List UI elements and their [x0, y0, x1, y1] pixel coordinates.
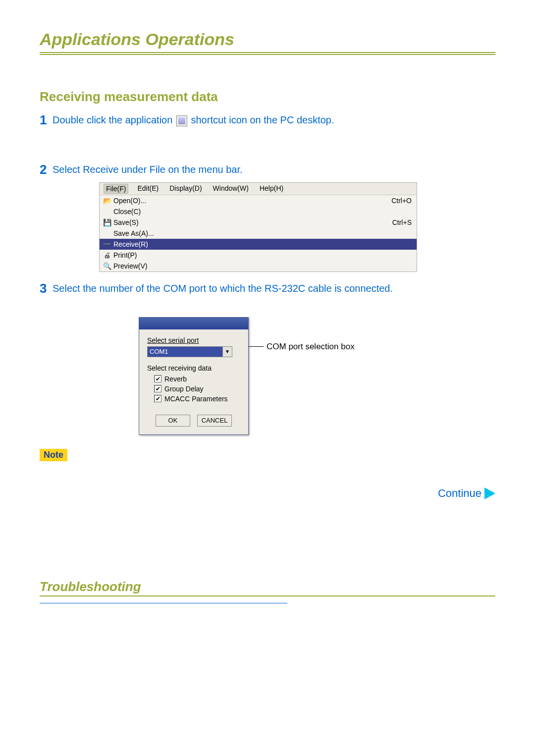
menu-item-print[interactable]: 🖨 Print(P)	[100, 250, 417, 261]
step-1-sub	[53, 133, 495, 154]
receive-icon: 〰	[103, 240, 111, 248]
menu-window[interactable]: Window(W)	[211, 184, 251, 194]
serial-port-dialog: Select serial port COM1 ▼ Select receivi…	[139, 317, 249, 435]
menu-item-saveas[interactable]: Save As(A)...	[100, 228, 417, 239]
menu-item-save-label: Save(S)	[113, 218, 392, 226]
checkbox-groupdelay-label: Group Delay	[164, 385, 204, 393]
note-text	[53, 461, 495, 472]
menu-item-receive-label: Receive(R)	[113, 240, 412, 248]
com-port-callout: COM port selection box	[249, 342, 355, 352]
step-2-text: Select Receive under File on the menu ba…	[53, 162, 243, 175]
menu-item-print-label: Print(P)	[113, 251, 412, 259]
menu-item-close[interactable]: Close(C)	[100, 206, 417, 217]
cancel-button[interactable]: CANCEL	[197, 415, 232, 427]
menu-display[interactable]: Display(D)	[167, 184, 204, 194]
step-3-text: Select the number of the COM port to whi…	[53, 281, 393, 294]
step-3-sub	[53, 301, 495, 312]
preview-icon: 🔍	[103, 262, 111, 270]
step-1-number: 1	[40, 112, 53, 128]
menu-file[interactable]: File(F)	[104, 184, 128, 194]
step-2-number: 2	[40, 162, 53, 177]
com-port-combo[interactable]: COM1 ▼	[147, 346, 232, 357]
checkbox-reverb-row[interactable]: ✔ Reverb	[147, 374, 240, 384]
intro-text	[40, 62, 495, 74]
file-dropdown: 📂 Open(O)... Ctrl+O Close(C) 💾 Save(S) C…	[100, 195, 417, 271]
select-serial-label: Select serial port	[147, 336, 240, 344]
com-port-value: COM1	[148, 347, 222, 357]
continue-arrow-icon[interactable]	[484, 487, 495, 499]
continue-link[interactable]: Continue	[438, 487, 482, 500]
blank-icon	[103, 229, 111, 237]
troubleshooting-underline	[40, 602, 287, 603]
step-3-number: 3	[40, 281, 53, 296]
menu-item-save[interactable]: 💾 Save(S) Ctrl+S	[100, 217, 417, 228]
menu-edit[interactable]: Edit(E)	[135, 184, 160, 194]
step-1-text-after: shortcut icon on the PC desktop.	[191, 114, 334, 125]
blank-icon	[103, 208, 111, 216]
menu-item-close-label: Close(C)	[113, 208, 412, 216]
open-icon: 📂	[103, 197, 111, 205]
subtitle: Receiving measurement data	[40, 89, 495, 105]
menu-item-preview[interactable]: 🔍 Preview(V)	[100, 261, 417, 271]
dialog-titlebar	[139, 318, 248, 329]
step-1-text: Double click the application shortcut ic…	[53, 112, 334, 126]
print-icon: 🖨	[103, 251, 111, 259]
menu-item-preview-label: Preview(V)	[113, 262, 412, 270]
menu-item-saveas-label: Save As(A)...	[113, 229, 412, 237]
menu-item-open-label: Open(O)...	[113, 197, 391, 205]
checkbox-mcacc[interactable]: ✔	[154, 395, 161, 402]
step-1-text-before: Double click the application	[53, 114, 175, 125]
menu-item-open-shortcut: Ctrl+O	[391, 197, 412, 205]
checkbox-reverb-label: Reverb	[164, 375, 187, 383]
checkbox-groupdelay-row[interactable]: ✔ Group Delay	[147, 384, 240, 394]
select-receiving-label: Select receiving data	[147, 364, 240, 372]
troubleshooting-heading: Troubleshooting	[40, 579, 495, 596]
menu-item-save-shortcut: Ctrl+S	[392, 218, 412, 226]
ok-button[interactable]: OK	[156, 415, 190, 427]
menu-bar: File(F) Edit(E) Display(D) Window(W) Hel…	[100, 183, 417, 195]
checkbox-groupdelay[interactable]: ✔	[154, 385, 161, 392]
menu-help[interactable]: Help(H)	[258, 184, 285, 194]
chevron-down-icon[interactable]: ▼	[222, 347, 232, 357]
app-shortcut-icon	[176, 115, 187, 126]
checkbox-reverb[interactable]: ✔	[154, 375, 161, 382]
save-icon: 💾	[103, 218, 111, 226]
file-menu-screenshot: File(F) Edit(E) Display(D) Window(W) Hel…	[99, 182, 417, 272]
menu-item-receive[interactable]: 〰 Receive(R)	[100, 239, 417, 250]
section-title: Applications Operations	[40, 30, 495, 55]
checkbox-mcacc-row[interactable]: ✔ MCACC Parameters	[147, 394, 240, 404]
menu-item-open[interactable]: 📂 Open(O)... Ctrl+O	[100, 195, 417, 206]
note-badge: Note	[40, 449, 67, 461]
checkbox-mcacc-label: MCACC Parameters	[164, 395, 228, 403]
